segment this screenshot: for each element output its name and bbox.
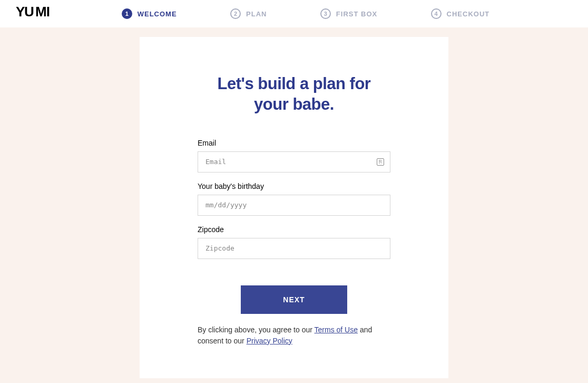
step-circle-2: 2 — [230, 8, 241, 19]
logo-svg: Y U MI — [16, 6, 63, 18]
email-field[interactable] — [198, 151, 390, 173]
privacy-link[interactable]: Privacy Policy — [247, 337, 292, 345]
logo: Y U MI — [16, 6, 63, 22]
birthday-group: Your baby's birthday — [198, 182, 390, 216]
consent-prefix: By clicking above, you agree to our — [198, 325, 315, 334]
step-circle-3: 3 — [320, 8, 331, 19]
zipcode-field[interactable] — [198, 238, 390, 259]
zipcode-group: Zipcode — [198, 225, 390, 259]
header: Y U MI 1 WELCOME 2 PLAN 3 FIRST BOX 4 CH… — [0, 0, 588, 27]
step-circle-4: 4 — [431, 8, 442, 19]
step-label-plan: PLAN — [246, 10, 267, 18]
step-checkout[interactable]: 4 CHECKOUT — [431, 8, 490, 19]
title-line1: Let's build a plan for — [218, 74, 371, 93]
page-title: Let's build a plan for your babe. — [198, 74, 390, 115]
title-line2: your babe. — [254, 95, 334, 113]
svg-text:Y: Y — [16, 6, 25, 18]
next-button[interactable]: NEXT — [241, 285, 347, 314]
consent-text: By clicking above, you agree to our Term… — [198, 324, 390, 347]
svg-text:MI: MI — [35, 6, 50, 18]
step-label-checkout: CHECKOUT — [447, 10, 490, 18]
email-label: Email — [198, 139, 390, 147]
step-plan[interactable]: 2 PLAN — [230, 8, 267, 19]
zipcode-label: Zipcode — [198, 225, 390, 234]
form-card: Let's build a plan for your babe. Email … — [140, 37, 448, 378]
steps-nav: 1 WELCOME 2 PLAN 3 FIRST BOX 4 CHECKOUT — [95, 8, 516, 19]
svg-text:U: U — [24, 6, 34, 18]
birthday-field[interactable] — [198, 195, 390, 216]
email-group: Email ⎘ — [198, 139, 390, 173]
step-label-welcome: WELCOME — [138, 10, 177, 18]
step-label-first-box: FIRST BOX — [336, 10, 377, 18]
birthday-label: Your baby's birthday — [198, 182, 390, 190]
terms-link[interactable]: Terms of Use — [315, 325, 358, 334]
step-first-box[interactable]: 3 FIRST BOX — [320, 8, 377, 19]
step-circle-1: 1 — [122, 8, 132, 19]
step-welcome[interactable]: 1 WELCOME — [122, 8, 177, 19]
